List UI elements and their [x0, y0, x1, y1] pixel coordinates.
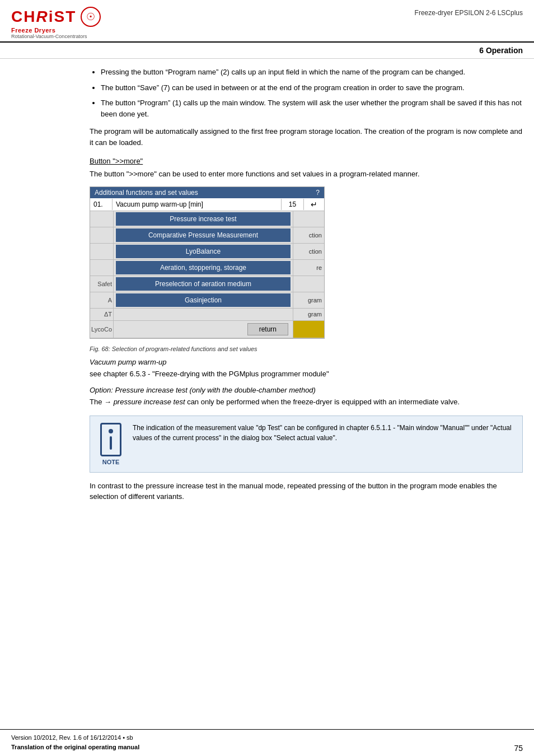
note-box: NOTE The indication of the measurement v… — [90, 416, 523, 473]
note-label: NOTE — [102, 459, 120, 465]
ui-row-label: Vacuum pump warm-up [min] — [113, 199, 282, 210]
footer-left: Version 10/2012, Rev. 1.6 of 16/12/2014 … — [11, 733, 139, 753]
logo-icon: ☉ — [81, 7, 101, 27]
ui-aeration-row: Aeration, stoppering, storage re — [90, 260, 324, 276]
ui-screenshot: Additional functions and set values ? 01… — [90, 186, 325, 339]
ui-delta-row: ΔT gram — [90, 309, 324, 321]
ui-gasinjection-left-label: A — [90, 292, 114, 308]
vacuum-text: see chapter 6.5.3 - "Freeze-drying with … — [90, 368, 523, 380]
header-product-name: Freeze-dryer EPSILON 2-6 LSCplus — [415, 7, 523, 17]
footer-version: Version 10/2012, Rev. 1.6 of 16/12/2014 … — [11, 733, 139, 743]
option-heading: Option: Pressure increase test (only wit… — [90, 386, 523, 394]
option-text: The → pressure increase test can only be… — [90, 396, 523, 408]
ui-pressure-row: Pressure increase test — [90, 211, 324, 227]
ui-btn-gasinjection[interactable]: Gasinjection — [116, 293, 291, 307]
ui-btn-comparative[interactable]: Comparative Pressure Measurement — [116, 228, 291, 242]
ui-btn-lyobalance[interactable]: LyoBalance — [116, 245, 291, 258]
paragraph-1: The program will be automatically assign… — [90, 126, 523, 148]
logo-text: CHRiST ☉ — [11, 7, 101, 27]
section-heading: 6 Operation — [0, 43, 534, 59]
note-line — [110, 436, 112, 450]
bullet-item-2: The button “Save” (7) can be used in bet… — [101, 82, 523, 94]
ui-gasinjection-action: gram — [293, 292, 324, 308]
ui-title-bar: Additional functions and set values ? — [90, 187, 324, 198]
footer-page-number: 75 — [514, 744, 523, 753]
note-dot — [109, 429, 113, 433]
ui-row-num: 01. — [90, 199, 113, 210]
ui-preselection-row: Safet Preselection of aeration medium — [90, 276, 324, 292]
button-desc: The button ">>more" can be used to enter… — [90, 169, 523, 180]
ui-title-text: Additional functions and set values — [95, 189, 198, 197]
ui-row-vacuum: 01. Vacuum pump warm-up [min] 15 ↵ — [90, 198, 324, 211]
logo-freeze-dryers: Freeze Dryers — [11, 27, 55, 34]
footer-translation: Translation of the original operating ma… — [11, 743, 139, 753]
ui-delta-label: ΔT — [90, 309, 114, 320]
fig-caption: Fig. 68: Selection of program-related fu… — [90, 346, 523, 352]
page-footer: Version 10/2012, Rev. 1.6 of 16/12/2014 … — [0, 729, 534, 756]
section-title: 6 Operation — [479, 46, 523, 55]
page-header: CHRiST ☉ Freeze Dryers Rotational-Vacuum… — [0, 0, 534, 43]
ui-delta-action: gram — [293, 309, 324, 320]
vacuum-heading: Vacuum pump warm-up — [90, 358, 523, 366]
note-icon — [100, 423, 121, 456]
ui-close-btn[interactable]: ? — [316, 189, 320, 197]
ui-lyobalance-action: ction — [293, 244, 324, 259]
ui-lyoco-row: LycoCo return — [90, 321, 324, 338]
ui-btn-aeration[interactable]: Aeration, stoppering, storage — [116, 261, 291, 274]
closing-text: In contrast to the pressure increase tes… — [90, 480, 523, 502]
ui-btn-preselection[interactable]: Preselection of aeration medium — [116, 277, 291, 291]
ui-btn-pressure[interactable]: Pressure increase test — [116, 212, 291, 226]
ui-row-value: 15 — [282, 199, 304, 210]
note-icon-area: NOTE — [97, 423, 125, 465]
ui-lyoco-label: LycoCo — [90, 321, 114, 338]
ui-aeration-action: re — [293, 260, 324, 276]
bullet-item-3: The button “Program” (1) calls up the ma… — [101, 97, 523, 119]
ui-preselection-left-label: Safet — [90, 276, 114, 292]
ui-gasinjection-row: A Gasinjection gram — [90, 292, 324, 309]
product-name-text: Freeze-dryer EPSILON 2-6 LSCplus — [415, 9, 523, 17]
logo-christ: CHRiST — [11, 8, 76, 26]
bullet-item-1: Pressing the button “Program name” (2) c… — [101, 67, 523, 78]
ui-comparative-action: ction — [293, 227, 324, 243]
ui-comparative-row: Comparative Pressure Measurement ction — [90, 227, 324, 244]
ui-return-btn[interactable]: return — [247, 323, 288, 335]
logo-area: CHRiST ☉ Freeze Dryers Rotational-Vacuum… — [11, 7, 101, 39]
note-text: The indication of the measurement value … — [133, 423, 516, 443]
logo-rotational: Rotational-Vacuum-Concentrators — [11, 34, 87, 39]
bullet-list: Pressing the button “Program name” (2) c… — [90, 67, 523, 119]
main-content: Pressing the button “Program name” (2) c… — [0, 59, 534, 517]
ui-lyobalance-row: LyoBalance ction — [90, 244, 324, 260]
button-section-heading: Button ">>more" — [90, 157, 523, 165]
ui-row-action[interactable]: ↵ — [304, 198, 324, 211]
